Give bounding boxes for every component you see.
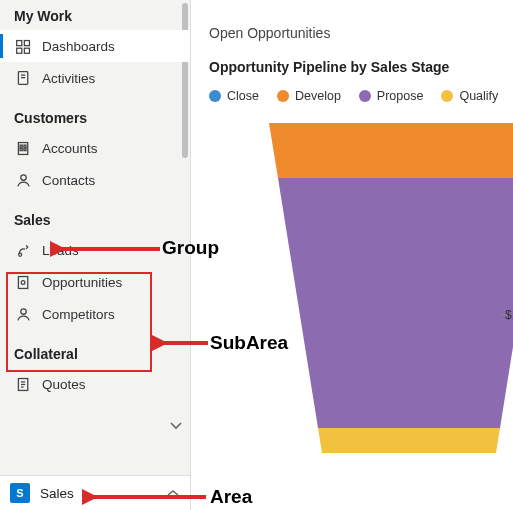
- nav-label: Accounts: [42, 141, 98, 156]
- area-switcher[interactable]: S Sales: [0, 475, 190, 510]
- nav-label: Opportunities: [42, 275, 122, 290]
- svg-rect-10: [20, 148, 22, 150]
- accounts-icon: [14, 139, 32, 157]
- legend-label: Propose: [377, 89, 424, 103]
- group-sales: Sales: [0, 196, 190, 234]
- nav-accounts[interactable]: Accounts: [0, 132, 190, 164]
- nav-label: Leads: [42, 243, 79, 258]
- funnel-chart: $12: [209, 123, 513, 443]
- group-collateral: Collateral: [0, 330, 190, 368]
- opportunities-icon: [14, 273, 32, 291]
- svg-rect-11: [23, 148, 25, 150]
- legend-swatch: [209, 90, 221, 102]
- legend-item[interactable]: Qualify: [441, 89, 498, 103]
- svg-point-12: [20, 174, 25, 179]
- legend-item[interactable]: Develop: [277, 89, 341, 103]
- svg-rect-1: [24, 40, 29, 45]
- svg-point-13: [18, 253, 21, 256]
- chart-data-label: $12: [505, 308, 513, 322]
- group-customers: Customers: [0, 94, 190, 132]
- legend-label: Qualify: [459, 89, 498, 103]
- svg-point-16: [20, 308, 25, 313]
- svg-rect-9: [23, 145, 25, 147]
- svg-point-15: [21, 280, 25, 284]
- group-my-work: My Work: [0, 0, 190, 30]
- svg-rect-3: [24, 48, 29, 53]
- activities-icon: [14, 69, 32, 87]
- nav-label: Quotes: [42, 377, 86, 392]
- nav-quotes[interactable]: Quotes: [0, 368, 190, 400]
- chart-title: Opportunity Pipeline by Sales Stage: [209, 59, 513, 75]
- leads-icon: [14, 241, 32, 259]
- area-badge: S: [10, 483, 30, 503]
- scroll-down-icon[interactable]: [170, 417, 182, 435]
- annotation-label-subarea: SubArea: [210, 332, 288, 354]
- nav-label: Dashboards: [42, 39, 115, 54]
- quotes-icon: [14, 375, 32, 393]
- main-content: Open Opportunities Opportunity Pipeline …: [190, 0, 513, 510]
- competitors-icon: [14, 305, 32, 323]
- funnel-seg-propose[interactable]: [278, 178, 513, 428]
- nav-activities[interactable]: Activities: [0, 62, 190, 94]
- nav-competitors[interactable]: Competitors: [0, 298, 190, 330]
- svg-rect-14: [18, 276, 27, 288]
- nav-contacts[interactable]: Contacts: [0, 164, 190, 196]
- legend-item[interactable]: Propose: [359, 89, 424, 103]
- nav-opportunities[interactable]: Opportunities: [0, 266, 190, 298]
- nav-label: Activities: [42, 71, 95, 86]
- chart-legend: Close Develop Propose Qualify: [209, 89, 513, 103]
- legend-label: Develop: [295, 89, 341, 103]
- svg-rect-8: [20, 145, 22, 147]
- annotation-label-group: Group: [162, 237, 219, 259]
- legend-item[interactable]: Close: [209, 89, 259, 103]
- svg-rect-0: [16, 40, 21, 45]
- nav-label: Competitors: [42, 307, 115, 322]
- legend-label: Close: [227, 89, 259, 103]
- contacts-icon: [14, 171, 32, 189]
- dashboards-icon: [14, 37, 32, 55]
- funnel-seg-develop[interactable]: [269, 123, 513, 178]
- nav-label: Contacts: [42, 173, 95, 188]
- nav-dashboards[interactable]: Dashboards: [0, 30, 190, 62]
- svg-rect-2: [16, 48, 21, 53]
- legend-swatch: [277, 90, 289, 102]
- funnel-seg-qualify[interactable]: [318, 428, 500, 453]
- legend-swatch: [359, 90, 371, 102]
- area-label: Sales: [40, 486, 74, 501]
- chevron-up-icon: [166, 486, 180, 501]
- card-title: Open Opportunities: [209, 25, 513, 41]
- legend-swatch: [441, 90, 453, 102]
- annotation-label-area: Area: [210, 486, 252, 508]
